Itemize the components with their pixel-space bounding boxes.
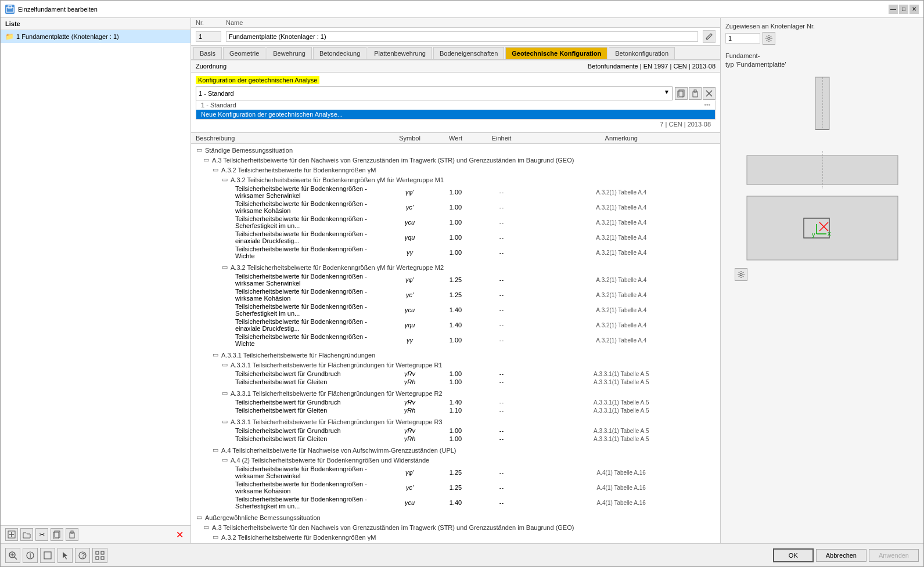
table-row[interactable]: Teilsicherheitsbeiwerte für Bodenkenngrö… — [191, 185, 720, 200]
copy-btn[interactable] — [51, 528, 63, 541]
row-sym: γRv — [387, 370, 433, 377]
section-a331r1[interactable]: ▭ A.3.3.1 Teilsicherheitsbeiwerte für Fl… — [191, 360, 720, 370]
section-a32-2[interactable]: ▭ A.3.2 Teilsicherheitsbeiwerte für Bode… — [191, 532, 720, 542]
cancel-button[interactable]: Abbrechen — [816, 549, 867, 562]
table-row[interactable]: Teilsicherheitsbeiwert für Grundbruch γR… — [191, 398, 720, 406]
table-row[interactable]: Teilsicherheitsbeiwerte für Bodenkenngrö… — [191, 317, 720, 333]
table-row[interactable]: Teilsicherheitsbeiwerte für Bodenkenngrö… — [191, 465, 720, 480]
table-row[interactable]: Teilsicherheitsbeiwerte für Bodenkenngrö… — [191, 333, 720, 348]
section-staendige[interactable]: ▭ Ständige Bemessungssituation — [191, 145, 720, 155]
collapse-a4[interactable]: ▭ — [212, 446, 219, 454]
table-row[interactable]: Teilsicherheitsbeiwerte für Bodenkenngrö… — [191, 245, 720, 260]
collapse-a42[interactable]: ▭ — [221, 456, 228, 464]
config-select[interactable]: 1 - Standard — [196, 87, 672, 100]
table-row[interactable]: Teilsicherheitsbeiwerte für Bodenkenngrö… — [191, 200, 720, 215]
section-a4[interactable]: ▭ A.4 Teilsicherheitsbeiwerte für Nachwe… — [191, 445, 720, 455]
tab-geometrie[interactable]: Geometrie — [223, 47, 265, 59]
apply-button[interactable]: Anwenden — [869, 549, 919, 562]
row-unit: -- — [479, 276, 525, 283]
section-ausser[interactable]: ▭ Außergewöhnliche Bemessungssituation — [191, 512, 720, 522]
config-delete-btn[interactable] — [703, 87, 716, 100]
table-area[interactable]: Beschreibung Symbol Wert Einheit Anmerku… — [191, 132, 720, 543]
bottom-toolbar: i ? OK Abbrechen Anwenden — [1, 543, 923, 566]
table-row[interactable]: Teilsicherheitsbeiwert für Grundbruch γR… — [191, 370, 720, 378]
rect-btn[interactable] — [40, 548, 55, 563]
name-input[interactable] — [226, 31, 698, 42]
collapse-a32-2[interactable]: ▭ — [212, 533, 219, 541]
new-btn[interactable] — [5, 528, 18, 541]
section-a331r2[interactable]: ▭ A.3.3.1 Teilsicherheitsbeiwerte für Fl… — [191, 388, 720, 398]
section-a32m2[interactable]: ▭ A.3.2 Teilsicherheitsbeiwerte für Bode… — [191, 262, 720, 272]
fundtype-text: Fundament-typ 'Fundamentplatte' — [725, 52, 919, 70]
tab-betondeckung[interactable]: Betondeckung — [313, 47, 366, 59]
collapse-staendige[interactable]: ▭ — [196, 146, 203, 154]
nr-input[interactable] — [196, 31, 221, 42]
row-sym: γcu — [387, 499, 433, 506]
collapse-ausser[interactable]: ▭ — [196, 514, 203, 521]
collapse-a3-2[interactable]: ▭ — [203, 523, 210, 531]
tree-container: ▭ Ständige Bemessungssituation ▭ A.3 Tei… — [191, 144, 720, 543]
tab-bewehrung[interactable]: Bewehrung — [267, 47, 312, 59]
settings-btn[interactable] — [92, 548, 107, 563]
collapse-a331r1[interactable]: ▭ — [221, 361, 228, 369]
collapse-a32m1[interactable]: ▭ — [221, 176, 228, 183]
section-a42-label: A.4 (2) Teilsicherheitsbeiwerte für Bode… — [231, 457, 429, 464]
row-unit: -- — [479, 322, 525, 328]
section-a42[interactable]: ▭ A.4 (2) Teilsicherheitsbeiwerte für Bo… — [191, 455, 720, 465]
table-row[interactable]: Teilsicherheitsbeiwert für Gleiten γRh 1… — [191, 378, 720, 386]
table-row[interactable]: Teilsicherheitsbeiwerte für Bodenkenngrö… — [191, 302, 720, 317]
info-btn[interactable]: i — [23, 548, 38, 563]
tab-plattenbewehrung[interactable]: Plattenbewehrung — [368, 47, 432, 59]
cut-btn[interactable]: ✂ — [35, 528, 48, 541]
tab-bodeneigenschaften[interactable]: Bodeneigenschaften — [433, 47, 504, 59]
name-label: Name — [226, 19, 243, 26]
table-row[interactable]: Teilsicherheitsbeiwerte für Bodenkenngrö… — [191, 272, 720, 287]
left-panel-item[interactable]: 📁 1 Fundamentplatte (Knotenlager : 1) — [1, 30, 190, 43]
config-paste-btn[interactable] — [689, 87, 702, 100]
section-a3-2[interactable]: ▭ A.3 Teilsicherheitsbeiwerte für den Na… — [191, 522, 720, 532]
open-btn[interactable] — [20, 528, 33, 541]
table-row[interactable]: Teilsicherheitsbeiwert für Gleiten γRh 1… — [191, 406, 720, 414]
table-row[interactable]: Teilsicherheitsbeiwerte für Bodenkenngrö… — [191, 287, 720, 302]
section-a4-label: A.4 Teilsicherheitsbeiwerte für Nachweis… — [221, 447, 456, 454]
collapse-a331[interactable]: ▭ — [212, 351, 219, 359]
collapse-a331r3[interactable]: ▭ — [221, 418, 228, 425]
section-a32[interactable]: ▭ A.3.2 Teilsicherheitsbeiwerte für Bode… — [191, 165, 720, 175]
edit-name-button[interactable] — [703, 30, 716, 43]
section-a331[interactable]: ▭ A.3.3.1 Teilsicherheitsbeiwerte für Fl… — [191, 350, 720, 360]
config-option-new[interactable]: Neue Konfiguration der geotechnischen An… — [196, 110, 715, 119]
delete-btn[interactable]: ✕ — [173, 528, 186, 541]
zoom-btn[interactable] — [5, 548, 20, 563]
close-button[interactable]: ✕ — [909, 5, 919, 14]
table-row[interactable]: Teilsicherheitsbeiwerte für Bodenkenngrö… — [191, 495, 720, 510]
cursor-btn[interactable] — [57, 548, 73, 563]
table-row[interactable]: Teilsicherheitsbeiwerte für Bodenkenngrö… — [191, 230, 720, 245]
ok-button[interactable]: OK — [773, 548, 814, 562]
tab-betonkonfiguration[interactable]: Betonkonfiguration — [609, 47, 675, 59]
row-note: A.3.3.1(1) Tabelle A.5 — [527, 379, 716, 385]
table-row[interactable]: Teilsicherheitsbeiwert für Gleiten γRh 1… — [191, 435, 720, 443]
help-btn[interactable]: ? — [75, 548, 90, 563]
section-a32m1[interactable]: ▭ A.3.2 Teilsicherheitsbeiwerte für Bode… — [191, 175, 720, 185]
table-row[interactable]: Teilsicherheitsbeiwerte für Bodenkenngrö… — [191, 215, 720, 230]
tab-basis[interactable]: Basis — [193, 47, 222, 59]
diagram-settings-button[interactable] — [735, 268, 747, 281]
table-row[interactable]: Teilsicherheitsbeiwert für Grundbruch γR… — [191, 427, 720, 435]
collapse-a3[interactable]: ▭ — [203, 156, 210, 164]
collapse-a32m2[interactable]: ▭ — [221, 263, 228, 271]
collapse-a331r2[interactable]: ▭ — [221, 389, 228, 397]
minimize-button[interactable]: — — [889, 5, 898, 14]
zugewiesen-gear-button[interactable] — [763, 32, 775, 45]
row-note: A.3.2(1) Tabelle A.4 — [527, 277, 716, 283]
zugewiesen-input[interactable] — [725, 33, 760, 44]
paste-btn[interactable] — [66, 528, 78, 541]
tab-geotechnische[interactable]: Geotechnische Konfiguration — [505, 47, 607, 59]
window-controls[interactable]: — □ ✕ — [889, 5, 919, 14]
section-a331r3[interactable]: ▭ A.3.3.1 Teilsicherheitsbeiwerte für Fl… — [191, 417, 720, 427]
config-copy-btn[interactable] — [675, 87, 688, 100]
table-row[interactable]: Teilsicherheitsbeiwerte für Bodenkenngrö… — [191, 480, 720, 495]
collapse-a32[interactable]: ▭ — [212, 166, 219, 174]
section-a3[interactable]: ▭ A.3 Teilsicherheitsbeiwerte für den Na… — [191, 155, 720, 165]
config-option-1[interactable]: 1 - Standard ••• — [196, 100, 715, 110]
maximize-button[interactable]: □ — [899, 5, 908, 14]
